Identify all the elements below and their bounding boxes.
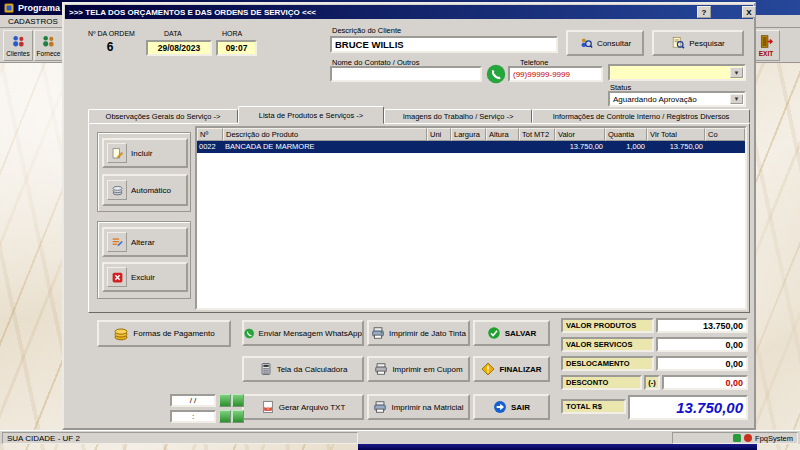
tab-lista-produtos[interactable]: Lista de Produtos e Serviços -> bbox=[238, 106, 384, 124]
client-field[interactable]: BRUCE WILLIS bbox=[330, 36, 558, 53]
search-label: Pesquisar bbox=[689, 39, 725, 48]
excluir-label: Excluir bbox=[131, 273, 155, 282]
finish-time-field[interactable]: : bbox=[170, 410, 216, 423]
print-inkjet-button[interactable]: Imprimir de Jato Tinta bbox=[367, 320, 470, 346]
finish-date-field[interactable]: / / bbox=[170, 394, 216, 407]
date-field[interactable]: 29/08/2023 bbox=[146, 40, 212, 56]
valor-produtos-value: 13.750,00 bbox=[656, 318, 748, 333]
txt-file-icon: TXT bbox=[261, 400, 275, 414]
cell-uni bbox=[427, 141, 451, 153]
col-header-uni[interactable]: Uni bbox=[427, 128, 451, 141]
dialog-title: >>> TELA DOS ORÇAMENTOS E DAS ORDENS DE … bbox=[69, 8, 316, 17]
cell-totmt2 bbox=[519, 141, 555, 153]
save-button[interactable]: SALVAR bbox=[473, 320, 550, 346]
clear-time-button[interactable] bbox=[232, 410, 244, 423]
col-header-totmt2[interactable]: Tot MT2 bbox=[519, 128, 555, 141]
tab-informacoes[interactable]: Informações de Controle Interno / Regist… bbox=[532, 109, 750, 123]
desconto-value[interactable]: 0,00 bbox=[662, 375, 748, 390]
exit-dialog-button[interactable]: SAIR bbox=[473, 394, 550, 420]
tab-observacoes[interactable]: Observações Gerais do Serviço -> bbox=[88, 109, 238, 123]
incluir-label: Incluir bbox=[131, 149, 152, 158]
whatsapp-phone-icon bbox=[244, 326, 254, 341]
col-header-co[interactable]: Co bbox=[705, 128, 745, 141]
excluir-button[interactable]: Excluir bbox=[102, 262, 188, 292]
statusbar-location: SUA CIDADE - UF 2 bbox=[7, 434, 80, 443]
cell-largura bbox=[451, 141, 486, 153]
whatsapp-send-label: Enviar Mensagem WhatsApp bbox=[258, 329, 362, 338]
dialog-titlebar: >>> TELA DOS ORÇAMENTOS E DAS ORDENS DE … bbox=[65, 5, 753, 19]
payment-button[interactable]: Formas de Pagamento bbox=[97, 320, 231, 347]
tab-imagens[interactable]: Imagens do Trabalho / Serviço -> bbox=[384, 109, 532, 123]
date-label: DATA bbox=[164, 30, 182, 37]
consult-button[interactable]: Consultar bbox=[566, 30, 644, 56]
exit-dialog-label: SAIR bbox=[511, 403, 530, 412]
col-header-largura[interactable]: Largura bbox=[451, 128, 486, 141]
clear-date-button[interactable] bbox=[232, 394, 244, 407]
confirm-time-button[interactable] bbox=[219, 410, 231, 423]
incluir-button[interactable]: Incluir bbox=[102, 138, 188, 168]
col-header-altura[interactable]: Altura bbox=[486, 128, 519, 141]
menu-item-cadastros[interactable]: CADASTROS bbox=[8, 17, 58, 26]
phone-field[interactable]: (99)99999-9999 bbox=[508, 66, 603, 82]
chevron-down-icon[interactable]: ▼ bbox=[730, 67, 743, 78]
txt-button[interactable]: TXT Gerar Arquivo TXT bbox=[242, 394, 364, 420]
desconto-minus-label: (-) bbox=[644, 375, 660, 390]
confirm-date-button[interactable] bbox=[219, 394, 231, 407]
time-label: HORA bbox=[222, 30, 242, 37]
printer-icon bbox=[374, 362, 388, 376]
gold-coins-icon bbox=[113, 326, 129, 342]
document-pencil-icon bbox=[107, 143, 127, 163]
whatsapp-send-button[interactable]: Enviar Mensagem WhatsApp bbox=[242, 320, 364, 346]
close-icon: X bbox=[746, 8, 751, 17]
extra-combo[interactable]: ▼ bbox=[608, 64, 746, 81]
brand-green-icon bbox=[733, 434, 741, 442]
calculator-button[interactable]: Tela da Calculadora bbox=[242, 356, 364, 382]
coins-stack-icon bbox=[107, 180, 127, 200]
search-button[interactable]: Pesquisar bbox=[652, 30, 744, 56]
payment-label: Formas de Pagamento bbox=[133, 329, 214, 338]
table-row-selected[interactable]: 0022 BANCADA DE MARMORE 13.750,00 1,000 … bbox=[197, 141, 745, 153]
table-header-row: Nº Descrição do Produto Uni Largura Altu… bbox=[197, 128, 745, 141]
contact-field[interactable] bbox=[330, 66, 482, 82]
col-header-num[interactable]: Nº bbox=[197, 128, 223, 141]
fornecedores-toolbar-button[interactable]: Fornece bbox=[34, 30, 63, 61]
print-matrix-button[interactable]: Imprimir na Matricial bbox=[367, 394, 470, 420]
tab-strip: Observações Gerais do Serviço -> Lista d… bbox=[88, 106, 750, 124]
finalize-label: FINALIZAR bbox=[499, 365, 541, 374]
alterar-button[interactable]: Alterar bbox=[102, 227, 188, 257]
print-coupon-button[interactable]: Imprimir em Cupom bbox=[367, 356, 470, 382]
yellow-diamond-icon bbox=[481, 362, 495, 376]
col-header-valor[interactable]: Valor bbox=[555, 128, 605, 141]
dialog-help-button[interactable]: ? bbox=[697, 6, 711, 18]
exit-toolbar-button[interactable]: EXIT bbox=[752, 30, 780, 61]
automatico-button[interactable]: Automático bbox=[102, 174, 188, 206]
status-combo[interactable]: Aguardando Aprovação ▼ bbox=[608, 91, 746, 107]
desconto-label: DESCONTO bbox=[561, 375, 642, 390]
app-statusbar: SUA CIDADE - UF 2 FpqSystem bbox=[0, 430, 800, 444]
deslocamento-value[interactable]: 0,00 bbox=[656, 356, 748, 371]
tab-page-produtos: Incluir Automático Alterar bbox=[88, 123, 750, 313]
taskbar-strip[interactable] bbox=[358, 444, 757, 450]
printer-icon bbox=[371, 326, 385, 340]
cell-quantia: 1,000 bbox=[605, 141, 647, 153]
red-x-icon bbox=[107, 267, 127, 287]
finalize-button[interactable]: FINALIZAR bbox=[473, 356, 550, 382]
total-value: 13.750,00 bbox=[628, 395, 748, 420]
chevron-down-icon[interactable]: ▼ bbox=[730, 94, 743, 104]
edit-lines-icon bbox=[107, 232, 127, 252]
dialog-close-button[interactable]: X bbox=[742, 6, 756, 18]
user-search-icon bbox=[579, 36, 593, 50]
col-header-vlrtotal[interactable]: Vlr Total bbox=[647, 128, 705, 141]
col-header-quantia[interactable]: Quantia bbox=[605, 128, 647, 141]
col-header-descricao[interactable]: Descrição do Produto bbox=[223, 128, 427, 141]
cell-num: 0022 bbox=[197, 141, 223, 153]
blue-arrow-icon bbox=[493, 400, 507, 414]
statusbar-brand-panel: FpqSystem bbox=[672, 432, 798, 444]
crud-group-edit: Alterar Excluir bbox=[97, 221, 191, 299]
clientes-toolbar-button[interactable]: Clientes bbox=[3, 30, 33, 61]
exit-toolbar-label: EXIT bbox=[759, 50, 773, 57]
cell-altura bbox=[486, 141, 519, 153]
statusbar-brand: FpqSystem bbox=[755, 434, 793, 443]
time-field[interactable]: 09:07 bbox=[216, 40, 257, 56]
whatsapp-icon[interactable] bbox=[486, 64, 506, 84]
